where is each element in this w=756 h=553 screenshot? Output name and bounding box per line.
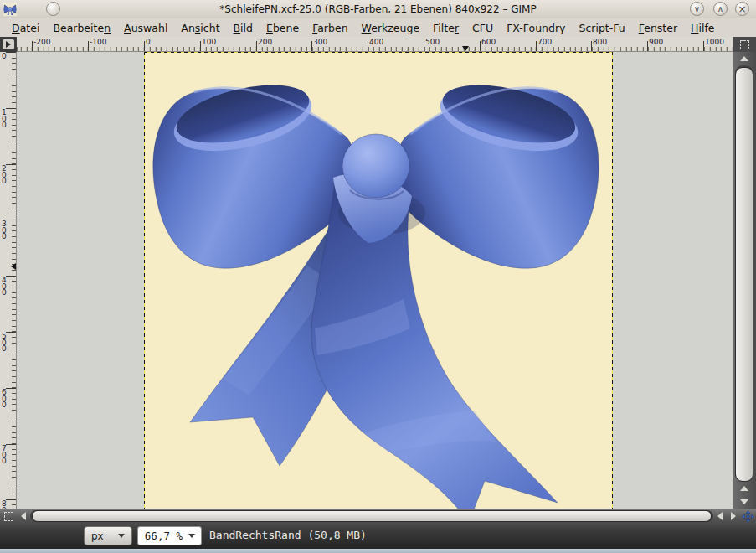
window-title: *SchleifePN.xcf-25.0 (RGB-Farben, 21 Ebe… (0, 3, 756, 15)
menu-item-ebene[interactable]: Ebene (260, 20, 306, 36)
arrow-right-icon (731, 512, 736, 520)
navigation-button[interactable] (740, 509, 756, 525)
vruler-label: 800 (2, 501, 7, 509)
hruler-label: 900 (649, 38, 663, 46)
title-bar[interactable]: *SchleifePN.xcf-25.0 (RGB-Farben, 21 Ebe… (0, 0, 756, 18)
arrow-up-icon (740, 56, 748, 61)
menu-item-fx-foundry[interactable]: FX-Foundry (500, 20, 572, 36)
hruler-label: 400 (369, 38, 383, 46)
menu-item-hilfe[interactable]: Hilfe (684, 20, 721, 36)
hruler-label: 500 (425, 38, 440, 46)
gimp-window: *SchleifePN.xcf-25.0 (RGB-Farben, 21 Ebe… (0, 0, 756, 553)
vruler-major-tick (6, 499, 16, 500)
vruler-label: 200 (2, 166, 7, 185)
zoom-value: 66,7 % (145, 530, 183, 542)
canvas-workspace[interactable] (17, 52, 733, 509)
menu-item-fenster[interactable]: Fenster (632, 20, 684, 36)
menu-item-filter[interactable]: Filter (426, 20, 465, 36)
hruler-minor-ticks (17, 47, 733, 51)
navigation-cross-icon (742, 510, 754, 523)
horizontal-ruler[interactable]: -200-10001002003004005006007008009001000 (17, 37, 733, 52)
vscroll-thumb[interactable] (735, 67, 753, 482)
chevron-down-icon (118, 534, 125, 538)
hscroll-left-button[interactable] (17, 509, 30, 524)
hruler-major-tick (703, 41, 704, 51)
vruler-major-tick (6, 332, 16, 333)
hruler-major-tick (311, 41, 312, 51)
menu-item-auswahl[interactable]: Auswahl (117, 20, 174, 36)
hruler-label: 200 (258, 38, 272, 46)
vscroll-down-button[interactable] (733, 495, 756, 509)
vruler-label: 400 (2, 277, 7, 297)
menu-item-farben[interactable]: Farben (306, 20, 354, 36)
zoom-dropdown[interactable]: 66,7 % (137, 526, 202, 545)
quick-mask-toggle[interactable] (0, 509, 17, 524)
vruler-major-tick (6, 108, 16, 109)
vruler-mouse-marker (11, 263, 16, 270)
arrow-left-icon (717, 512, 723, 520)
hruler-major-tick (200, 41, 201, 51)
bow-right-loop (395, 75, 599, 269)
hruler-major-tick (536, 41, 537, 51)
vruler-major-tick (6, 388, 16, 389)
vertical-scrollbar[interactable] (733, 52, 756, 509)
vruler-label: 300 (2, 221, 7, 240)
menu-item-cfu[interactable]: CFU (465, 20, 500, 36)
hruler-label: 800 (593, 38, 607, 46)
arrow-left-icon (21, 512, 26, 520)
hruler-major-tick (480, 41, 481, 51)
status-message: BandRechtsRand (50,8 MB) (209, 529, 367, 541)
vscroll-up-button-2[interactable] (733, 482, 756, 495)
menu-item-bearbeiten[interactable]: Bearbeiten (46, 20, 117, 36)
menu-item-datei[interactable]: Datei (5, 20, 46, 36)
unit-dropdown[interactable]: px (84, 526, 132, 545)
vruler-major-tick (6, 444, 16, 445)
hscroll-thumb[interactable] (32, 510, 712, 522)
hruler-major-tick (32, 41, 33, 51)
layer-boundary-left (144, 52, 145, 509)
vscroll-up-button[interactable] (733, 52, 756, 65)
zoom-follow-window-toggle[interactable] (733, 37, 756, 52)
hruler-mouse-marker (462, 46, 469, 51)
quick-mask-icon (4, 512, 13, 521)
arrow-down-icon (740, 499, 748, 504)
dashed-selection-icon (740, 40, 749, 49)
hruler-label: 100 (202, 38, 216, 46)
vruler-major-tick (6, 52, 16, 53)
vruler-label: 0 (2, 54, 7, 60)
hruler-label: 300 (313, 38, 327, 46)
hruler-major-tick (647, 41, 648, 51)
menu-bar: DateiBearbeitenAuswahlAnsichtBildEbeneFa… (0, 18, 756, 37)
bottom-panel: px 66,7 % BandRechtsRand (50,8 MB) (0, 509, 756, 549)
hruler-label: 600 (481, 38, 496, 46)
hscroll-left-button-2[interactable] (713, 509, 727, 524)
vertical-ruler[interactable]: 0100200300400500600700800 (0, 52, 17, 509)
hruler-major-tick (424, 41, 424, 51)
hruler-major-tick (88, 41, 89, 51)
hruler-label: -100 (90, 38, 106, 46)
maximize-button[interactable]: ∧ (713, 2, 728, 16)
image-menu-icon (3, 39, 14, 49)
hruler-label: 700 (537, 38, 552, 46)
layer-boundary-right (612, 52, 613, 509)
hscroll-right-button[interactable] (727, 509, 740, 524)
menu-item-bild[interactable]: Bild (227, 20, 260, 36)
minimize-button[interactable]: ∨ (690, 2, 704, 16)
image-area[interactable] (144, 52, 613, 509)
hruler-major-tick (591, 41, 592, 51)
vruler-major-tick (6, 164, 16, 165)
arrow-up-icon (740, 486, 748, 491)
hruler-major-tick (368, 41, 368, 51)
hruler-major-tick (144, 41, 145, 51)
menu-item-script-fu[interactable]: Script-Fu (572, 20, 631, 36)
chevron-down-icon (188, 534, 195, 538)
layer-boundary-top (144, 52, 613, 53)
vruler-major-tick (6, 220, 16, 220)
close-button[interactable]: × (735, 2, 749, 16)
menu-item-werkzeuge[interactable]: Werkzeuge (355, 20, 427, 36)
image-menu-button[interactable] (0, 37, 17, 52)
vruler-label: 500 (2, 333, 7, 353)
menu-item-ansicht[interactable]: Ansicht (174, 20, 226, 36)
vruler-minor-ticks (12, 52, 16, 509)
vruler-label: 100 (2, 110, 7, 129)
